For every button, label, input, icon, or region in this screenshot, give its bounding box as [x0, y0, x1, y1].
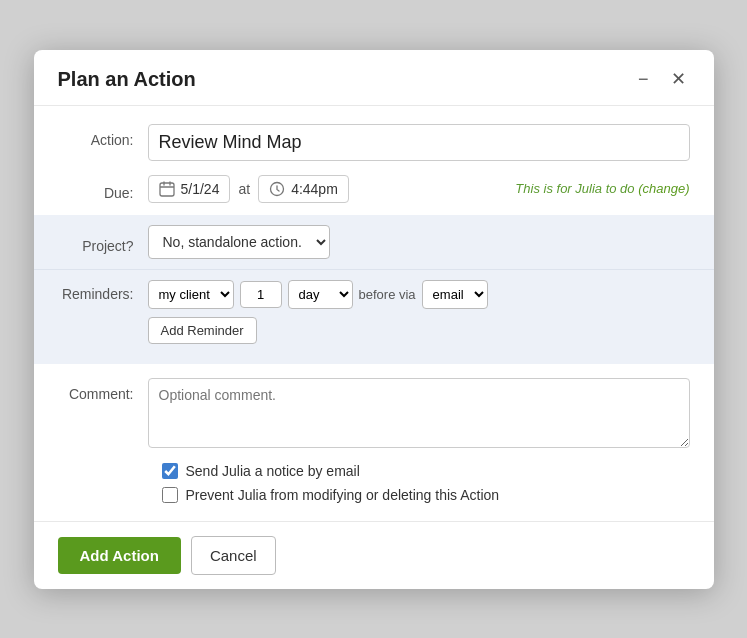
reminders-label: Reminders: [58, 280, 148, 302]
action-row: Action: [58, 124, 690, 161]
due-time-text: 4:44pm [291, 181, 338, 197]
before-via-text: before via [359, 287, 416, 302]
reminder-via-select[interactable]: email sms [422, 280, 488, 309]
modal-footer: Add Action Cancel [34, 521, 714, 589]
notify-checkbox[interactable] [162, 463, 178, 479]
comment-textarea[interactable] [148, 378, 690, 448]
reminder-num-input[interactable] [240, 281, 282, 308]
at-text: at [238, 181, 250, 197]
project-select[interactable]: No, standalone action. [148, 225, 330, 259]
project-label: Project? [58, 230, 148, 254]
action-field-wrapper [148, 124, 690, 161]
close-button[interactable]: ✕ [667, 68, 690, 90]
plan-action-modal: Plan an Action − ✕ Action: Due: [34, 50, 714, 589]
calendar-icon [159, 181, 175, 197]
due-row: Due: 5/1/24 at 4:44pm [58, 175, 690, 203]
assignee-note: This is for Julia to do (change) [515, 181, 689, 196]
modal-body: Action: Due: 5/1/24 at [34, 106, 714, 521]
modal-header: Plan an Action − ✕ [34, 50, 714, 106]
modal-title: Plan an Action [58, 68, 196, 91]
due-date-text: 5/1/24 [181, 181, 220, 197]
clock-icon [269, 181, 285, 197]
project-row: Project? No, standalone action. [58, 225, 690, 259]
due-label: Due: [58, 177, 148, 201]
comment-row: Comment: [58, 378, 690, 451]
reminders-inner: my client me both day hour week before v… [148, 280, 690, 344]
due-controls: 5/1/24 at 4:44pm This is for Julia to do… [148, 175, 690, 203]
prevent-checkbox-label[interactable]: Prevent Julia from modifying or deleting… [186, 487, 500, 503]
action-label: Action: [58, 124, 148, 148]
add-action-button[interactable]: Add Action [58, 537, 181, 574]
project-section: Project? No, standalone action. [34, 215, 714, 269]
notify-checkbox-row: Send Julia a notice by email [162, 463, 690, 479]
add-reminder-button[interactable]: Add Reminder [148, 317, 257, 344]
comment-label: Comment: [58, 378, 148, 402]
reminders-section: Reminders: my client me both day hour we… [34, 269, 714, 364]
notify-checkbox-label[interactable]: Send Julia a notice by email [186, 463, 360, 479]
cancel-button[interactable]: Cancel [191, 536, 276, 575]
svg-rect-0 [160, 183, 174, 196]
header-icons: − ✕ [634, 68, 690, 90]
reminder-controls: my client me both day hour week before v… [148, 280, 690, 309]
action-input[interactable] [148, 124, 690, 161]
reminder-period-select[interactable]: day hour week [288, 280, 353, 309]
change-link[interactable]: (change) [638, 181, 689, 196]
reminder-who-select[interactable]: my client me both [148, 280, 234, 309]
project-select-wrapper: No, standalone action. [148, 225, 690, 259]
due-time-box[interactable]: 4:44pm [258, 175, 349, 203]
checkboxes-section: Send Julia a notice by email Prevent Jul… [162, 463, 690, 503]
minimize-button[interactable]: − [634, 68, 653, 90]
prevent-checkbox-row: Prevent Julia from modifying or deleting… [162, 487, 690, 503]
comment-field-wrapper [148, 378, 690, 451]
due-date-box[interactable]: 5/1/24 [148, 175, 231, 203]
prevent-checkbox[interactable] [162, 487, 178, 503]
reminders-row: Reminders: my client me both day hour we… [58, 280, 690, 344]
